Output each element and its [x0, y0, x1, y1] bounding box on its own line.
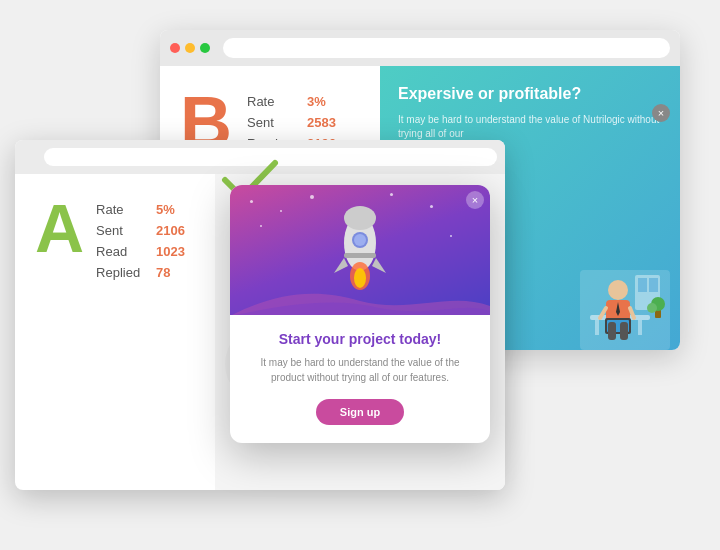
rate-label-front: Rate — [96, 202, 146, 217]
right-panel-text: It may be hard to understand the value o… — [398, 113, 662, 141]
front-left-panel: A Rate 5% Sent 2106 Read 1023 Replied 78 — [15, 174, 215, 490]
modal-title: Start your project today! — [248, 331, 472, 347]
svg-rect-3 — [649, 278, 658, 292]
svg-point-18 — [647, 303, 657, 313]
modal-signup-button[interactable]: Sign up — [316, 399, 404, 425]
star-6 — [450, 235, 452, 237]
star-1 — [250, 200, 253, 203]
star-3 — [310, 195, 314, 199]
dot-yellow[interactable] — [185, 43, 195, 53]
svg-rect-13 — [608, 322, 616, 340]
stat-row-rate: Rate 3% — [247, 94, 336, 109]
address-bar-back[interactable] — [223, 38, 670, 58]
svg-rect-2 — [638, 278, 647, 292]
stat-row-sent-front: Sent 2106 — [96, 223, 185, 238]
stat-row-sent: Sent 2583 — [247, 115, 336, 130]
rate-value-front: 5% — [156, 202, 175, 217]
svg-point-7 — [608, 280, 628, 300]
dot-green[interactable] — [200, 43, 210, 53]
modal-header: × — [230, 185, 490, 315]
letter-a: A — [35, 194, 84, 262]
right-panel-title: Expersive or profitable? — [398, 84, 662, 105]
svg-rect-5 — [595, 320, 599, 335]
modal-body: Start your project today! It may be hard… — [230, 315, 490, 443]
svg-marker-24 — [372, 258, 386, 273]
modal-popup: × Start your project today! It may be ha… — [230, 185, 490, 443]
rate-value-back: 3% — [307, 94, 326, 109]
svg-rect-14 — [620, 322, 628, 340]
sent-value-front: 2106 — [156, 223, 185, 238]
chrome-bar-back — [160, 30, 680, 66]
svg-rect-6 — [638, 320, 642, 335]
read-value-front: 1023 — [156, 244, 185, 259]
svg-point-22 — [354, 234, 366, 246]
star-2 — [280, 210, 282, 212]
replied-value-front: 78 — [156, 265, 170, 280]
rate-label-back: Rate — [247, 94, 297, 109]
star-7 — [390, 193, 393, 196]
sent-label-back: Sent — [247, 115, 297, 130]
stat-row-replied-front: Replied 78 — [96, 265, 185, 280]
stats-table-front: Rate 5% Sent 2106 Read 1023 Replied 78 — [96, 202, 185, 280]
rocket-illustration — [320, 198, 400, 302]
sent-label-front: Sent — [96, 223, 146, 238]
star-5 — [430, 205, 433, 208]
modal-text: It may be hard to understand the value o… — [248, 355, 472, 385]
read-label-front: Read — [96, 244, 146, 259]
svg-point-26 — [354, 268, 366, 288]
stat-row-rate-front: Rate 5% — [96, 202, 185, 217]
replied-label-front: Replied — [96, 265, 146, 280]
stat-row-read-front: Read 1023 — [96, 244, 185, 259]
star-4 — [260, 225, 262, 227]
svg-marker-23 — [334, 258, 348, 273]
dot-red[interactable] — [170, 43, 180, 53]
svg-rect-27 — [344, 253, 376, 258]
sent-value-back: 2583 — [307, 115, 336, 130]
svg-point-20 — [344, 206, 376, 230]
close-button-back[interactable]: × — [652, 104, 670, 122]
modal-close-button[interactable]: × — [466, 191, 484, 209]
person-illustration — [580, 240, 670, 340]
